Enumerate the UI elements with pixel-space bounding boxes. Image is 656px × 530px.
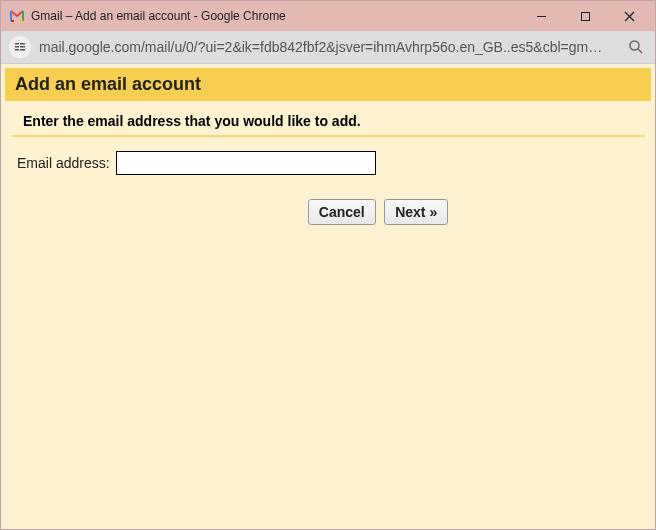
window-title: Gmail – Add an email account - Google Ch…	[31, 9, 519, 23]
page-title: Add an email account	[15, 74, 641, 95]
zoom-icon[interactable]	[625, 36, 647, 58]
window-controls	[519, 2, 651, 30]
button-row: Cancel Next »	[17, 199, 639, 225]
site-info-icon[interactable]	[9, 36, 31, 58]
address-bar: mail.google.com/mail/u/0/?ui=2&ik=fdb842…	[1, 31, 655, 64]
svg-line-11	[638, 49, 642, 53]
svg-rect-5	[20, 43, 25, 45]
close-button[interactable]	[607, 2, 651, 30]
email-label: Email address:	[17, 155, 110, 171]
svg-rect-1	[581, 12, 589, 20]
page-content: Add an email account Enter the email add…	[1, 64, 655, 529]
svg-rect-9	[20, 49, 25, 51]
email-row: Email address:	[17, 151, 639, 175]
next-button[interactable]: Next »	[384, 199, 448, 225]
svg-rect-4	[15, 43, 19, 45]
svg-rect-7	[20, 46, 25, 48]
gmail-icon	[9, 8, 25, 24]
email-input[interactable]	[116, 151, 376, 175]
page-header: Add an email account	[5, 68, 651, 101]
window-titlebar: Gmail – Add an email account - Google Ch…	[1, 1, 655, 31]
maximize-button[interactable]	[563, 2, 607, 30]
svg-rect-6	[15, 46, 19, 48]
prompt-text: Enter the email address that you would l…	[11, 101, 645, 137]
url-text[interactable]: mail.google.com/mail/u/0/?ui=2&ik=fdb842…	[39, 39, 619, 55]
svg-rect-8	[15, 49, 19, 51]
minimize-button[interactable]	[519, 2, 563, 30]
svg-point-10	[630, 41, 639, 50]
cancel-button[interactable]: Cancel	[308, 199, 376, 225]
